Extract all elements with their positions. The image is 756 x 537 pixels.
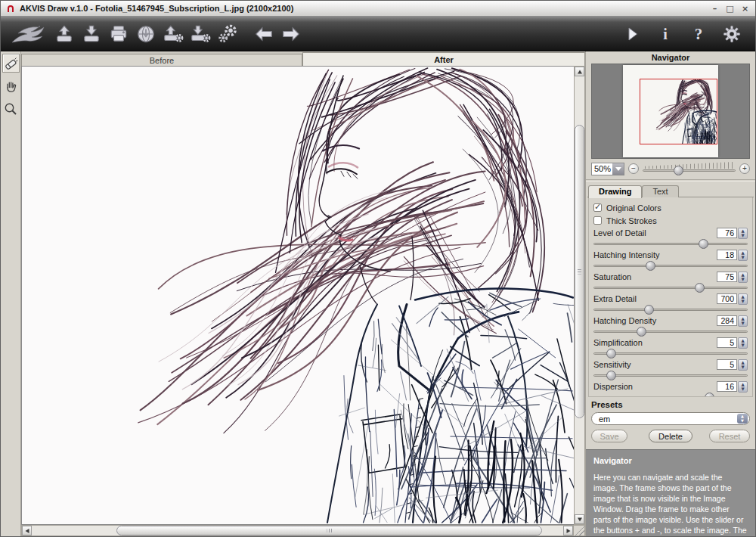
- checkbox-thick-strokes[interactable]: Thick Strokes: [593, 214, 748, 227]
- spinner-down-icon[interactable]: ▼: [739, 255, 747, 260]
- param-value-field[interactable]: 75: [717, 272, 737, 282]
- import-presets-icon[interactable]: [160, 20, 187, 48]
- param-slider-track[interactable]: [593, 352, 748, 355]
- tab-before[interactable]: Before: [21, 54, 302, 66]
- spinner-down-icon[interactable]: ▼: [739, 277, 747, 282]
- param-slider-thumb[interactable]: [606, 371, 616, 380]
- preset-select[interactable]: em ▲▼: [591, 412, 750, 425]
- param-value-field[interactable]: 700: [717, 293, 737, 304]
- scroll-down-button[interactable]: [575, 514, 584, 524]
- undo-icon[interactable]: [250, 20, 277, 48]
- minimize-button[interactable]: –: [709, 3, 720, 14]
- tab-after[interactable]: After: [302, 52, 585, 66]
- preset-updown-icon[interactable]: ▲▼: [737, 414, 748, 424]
- param-slider-track[interactable]: [593, 309, 748, 311]
- save-image-icon[interactable]: [78, 20, 105, 48]
- horizontal-scrollbar[interactable]: [21, 525, 574, 536]
- param-slider[interactable]: [593, 239, 748, 249]
- navigator-viewport[interactable]: [591, 64, 750, 159]
- param-slider[interactable]: [593, 349, 748, 359]
- preferences-gear-icon[interactable]: [720, 20, 743, 48]
- zoom-dropdown[interactable]: 50%: [591, 163, 624, 175]
- param-spinner[interactable]: ▲▼: [738, 293, 748, 305]
- tab-drawing[interactable]: Drawing: [588, 185, 642, 198]
- horizontal-scroll-track[interactable]: [32, 526, 563, 535]
- param-slider-thumb[interactable]: [699, 239, 708, 249]
- param-spinner[interactable]: ▲▼: [738, 228, 748, 239]
- zoom-out-button[interactable]: −: [628, 163, 639, 174]
- redo-icon[interactable]: [277, 20, 305, 48]
- zoom-slider-track[interactable]: [643, 169, 736, 172]
- vertical-scrollbar[interactable]: [574, 66, 585, 525]
- zoom-in-button[interactable]: +: [739, 163, 750, 174]
- post-to-web-icon[interactable]: [132, 20, 160, 48]
- scroll-right-button[interactable]: [563, 526, 573, 535]
- zoom-value: 50%: [592, 163, 612, 175]
- close-button[interactable]: ×: [739, 3, 751, 14]
- param-spinner[interactable]: ▲▼: [738, 250, 748, 261]
- scroll-up-button[interactable]: [575, 67, 584, 76]
- about-icon[interactable]: i: [654, 20, 677, 48]
- print-icon[interactable]: [105, 20, 132, 48]
- param-spinner[interactable]: ▲▼: [738, 381, 748, 393]
- zoom-dropdown-arrow-icon[interactable]: [612, 163, 624, 175]
- navigator-frame[interactable]: [640, 79, 717, 144]
- spinner-down-icon[interactable]: ▼: [739, 299, 747, 304]
- tab-text[interactable]: Text: [642, 185, 678, 197]
- param-spinner[interactable]: ▲▼: [738, 315, 748, 327]
- spinner-down-icon[interactable]: ▼: [739, 343, 747, 348]
- batch-processing-icon[interactable]: [214, 20, 241, 48]
- param-slider-track[interactable]: [593, 287, 748, 289]
- scroll-left-button[interactable]: [22, 526, 32, 535]
- spinner-down-icon[interactable]: ▼: [739, 233, 747, 238]
- param-value-field[interactable]: 284: [717, 315, 737, 326]
- checkbox-box-icon[interactable]: [593, 216, 602, 225]
- param-slider-thumb[interactable]: [637, 327, 646, 337]
- eraser-tool-icon[interactable]: [2, 54, 20, 73]
- zoom-slider[interactable]: [643, 161, 736, 176]
- horizontal-scroll-thumb[interactable]: [116, 526, 541, 535]
- help-icon[interactable]: ?: [687, 20, 710, 48]
- param-slider[interactable]: [593, 283, 748, 293]
- param-slider-track[interactable]: [593, 331, 748, 333]
- param-slider[interactable]: [593, 327, 748, 337]
- param-value-field[interactable]: 16: [717, 381, 737, 392]
- param-slider-thumb[interactable]: [606, 349, 616, 359]
- param-slider-thumb[interactable]: [695, 283, 705, 293]
- param-value-field[interactable]: 5: [717, 359, 737, 370]
- param-slider-thumb[interactable]: [646, 261, 655, 271]
- vertical-scroll-thumb[interactable]: [575, 125, 584, 418]
- param-slider[interactable]: [593, 305, 748, 315]
- param-slider[interactable]: [593, 261, 748, 271]
- save-button[interactable]: Save: [591, 430, 627, 442]
- reset-button[interactable]: Reset: [709, 430, 750, 442]
- spinner-down-icon[interactable]: ▼: [739, 386, 747, 392]
- zoom-tool-icon[interactable]: [2, 99, 20, 118]
- param-slider[interactable]: [593, 371, 748, 380]
- spinner-down-icon[interactable]: ▼: [739, 321, 747, 326]
- param-spinner[interactable]: ▲▼: [738, 272, 748, 283]
- maximize-button[interactable]: □: [724, 3, 736, 14]
- checkbox-box-icon[interactable]: [593, 203, 602, 212]
- open-image-icon[interactable]: [51, 20, 78, 48]
- delete-button[interactable]: Delete: [649, 430, 692, 442]
- akvis-bird-logo-icon[interactable]: [7, 20, 48, 48]
- spinner-down-icon[interactable]: ▼: [739, 365, 747, 370]
- param-spinner[interactable]: ▲▼: [738, 359, 748, 371]
- run-processing-icon[interactable]: [621, 20, 643, 48]
- param-value-field[interactable]: 18: [717, 250, 737, 260]
- param-value-field[interactable]: 76: [717, 228, 737, 238]
- export-presets-icon[interactable]: [187, 20, 214, 48]
- param-spinner[interactable]: ▲▼: [738, 337, 748, 349]
- resize-grip[interactable]: [574, 525, 585, 536]
- vertical-scroll-track[interactable]: [575, 76, 584, 514]
- checkbox-original-colors[interactable]: Original Colors: [593, 201, 748, 214]
- param-slider-track[interactable]: [593, 374, 748, 377]
- param-value-field[interactable]: 5: [717, 337, 737, 348]
- param-slider-track[interactable]: [593, 243, 748, 245]
- hand-tool-icon[interactable]: [2, 76, 20, 95]
- param-slider-thumb[interactable]: [644, 305, 654, 315]
- image-canvas[interactable]: [21, 66, 574, 525]
- param-slider-track[interactable]: [593, 265, 748, 267]
- zoom-slider-thumb[interactable]: [674, 166, 683, 175]
